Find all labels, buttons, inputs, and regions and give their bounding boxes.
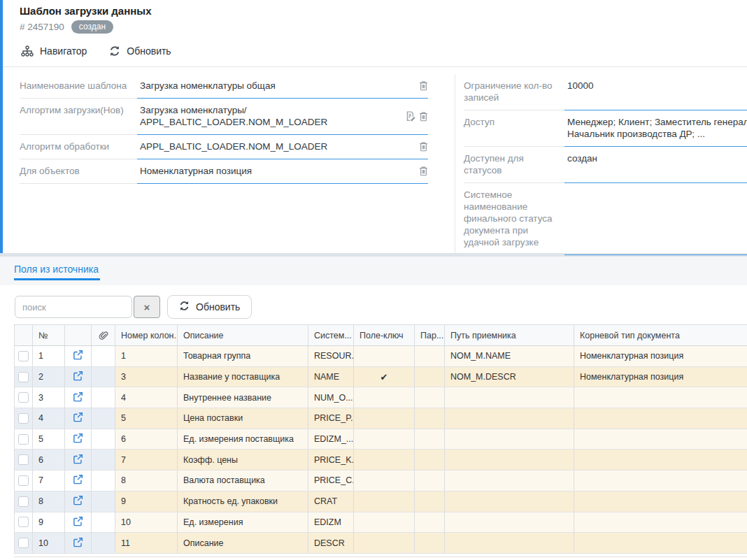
row-checkbox[interactable]: [18, 496, 29, 507]
row-checkbox[interactable]: [18, 538, 29, 548]
description-cell[interactable]: Цена поставки: [178, 408, 308, 429]
external-link-icon[interactable]: [73, 495, 83, 508]
search-input[interactable]: [15, 296, 132, 318]
receiver-path-cell[interactable]: [445, 429, 574, 450]
row-checkbox[interactable]: [18, 413, 29, 424]
root-doc-type-cell[interactable]: Номенклатурная позиция: [574, 346, 747, 367]
description-cell[interactable]: Кратность ед. упаковки: [178, 491, 308, 512]
field-value[interactable]: [564, 183, 747, 255]
params-cell[interactable]: [415, 533, 445, 554]
table-row[interactable]: 1 1 Товарная группа RESOUR... NOM_M.NAME…: [15, 346, 747, 367]
description-cell[interactable]: Валюта поставщика: [178, 471, 308, 491]
root-doc-type-cell[interactable]: [574, 450, 747, 471]
column-number-cell[interactable]: 5: [115, 408, 178, 429]
description-cell[interactable]: Коэфф. цены: [178, 450, 308, 471]
system-name-cell[interactable]: PRICE_K...: [308, 450, 354, 471]
table-row[interactable]: 9 10 Ед. измерения EDIZM: [15, 512, 747, 533]
external-link-icon[interactable]: [73, 371, 83, 383]
trash-icon[interactable]: [419, 166, 428, 176]
column-number-cell[interactable]: 10: [115, 512, 178, 533]
external-link-icon[interactable]: [73, 516, 83, 529]
key-field-cell[interactable]: [354, 408, 415, 429]
table-row[interactable]: 10 11 Описание DESCR: [15, 533, 747, 554]
th-receiver-path[interactable]: Путь приемника: [445, 325, 574, 346]
external-link-icon[interactable]: [73, 537, 83, 550]
params-cell[interactable]: [415, 429, 445, 450]
external-link-icon[interactable]: [73, 412, 83, 424]
table-row[interactable]: 6 7 Коэфф. цены PRICE_K...: [15, 450, 747, 471]
column-number-cell[interactable]: 8: [115, 471, 178, 491]
description-cell[interactable]: Ед. измерения поставщика: [178, 429, 308, 450]
description-cell[interactable]: Название у поставщика: [178, 367, 308, 388]
receiver-path-cell[interactable]: NOM_M.NAME: [445, 346, 574, 367]
params-cell[interactable]: [415, 387, 445, 408]
external-link-icon[interactable]: [73, 350, 83, 362]
system-name-cell[interactable]: PRICE_C...: [308, 471, 354, 491]
row-checkbox[interactable]: [18, 372, 29, 382]
key-field-cell[interactable]: [354, 512, 415, 533]
description-cell[interactable]: Внутреннее название: [178, 387, 308, 408]
root-doc-type-cell[interactable]: [574, 429, 747, 450]
table-row[interactable]: 8 9 Кратность ед. упаковки CRAT: [15, 491, 747, 512]
system-name-cell[interactable]: PRICE_P...: [308, 408, 354, 429]
receiver-path-cell[interactable]: NOM_M.DESCR: [445, 367, 574, 388]
row-checkbox[interactable]: [18, 454, 29, 465]
key-field-cell[interactable]: ✔: [354, 367, 415, 388]
params-cell[interactable]: [415, 408, 445, 429]
th-number[interactable]: №: [33, 325, 65, 346]
root-doc-type-cell[interactable]: [574, 408, 747, 429]
trash-icon[interactable]: [419, 111, 428, 122]
system-name-cell[interactable]: DESCR: [308, 533, 354, 554]
receiver-path-cell[interactable]: [445, 512, 574, 533]
th-root-doc-type[interactable]: Корневой тип документа: [574, 325, 747, 346]
row-checkbox[interactable]: [18, 351, 29, 361]
th-key-field[interactable]: Поле-ключ: [354, 325, 415, 346]
column-number-cell[interactable]: 3: [115, 367, 178, 388]
receiver-path-cell[interactable]: [445, 450, 574, 471]
key-field-cell[interactable]: [354, 450, 415, 471]
column-number-cell[interactable]: 7: [115, 450, 178, 471]
key-field-cell[interactable]: [354, 533, 415, 554]
key-field-cell[interactable]: [354, 346, 415, 367]
field-value[interactable]: Номенклатурная позиция: [137, 159, 428, 184]
system-name-cell[interactable]: NAME: [308, 367, 354, 388]
system-name-cell[interactable]: CRAT: [308, 491, 354, 512]
root-doc-type-cell[interactable]: [574, 491, 747, 512]
system-name-cell[interactable]: NUM_O...: [308, 387, 354, 408]
column-number-cell[interactable]: 1: [115, 346, 178, 367]
external-link-icon[interactable]: [73, 454, 83, 466]
field-value[interactable]: Менеджер; Клиент; Заместитель генеральНа…: [564, 110, 747, 147]
row-checkbox[interactable]: [18, 517, 29, 527]
th-description[interactable]: Описание: [178, 325, 308, 346]
description-cell[interactable]: Ед. измерения: [178, 512, 308, 533]
row-checkbox[interactable]: [18, 392, 29, 403]
field-value[interactable]: создан: [564, 147, 747, 183]
key-field-cell[interactable]: [354, 471, 415, 491]
params-cell[interactable]: [415, 491, 445, 512]
system-name-cell[interactable]: RESOUR...: [308, 346, 354, 367]
th-system-name[interactable]: Систем...: [308, 325, 354, 346]
external-link-icon[interactable]: [73, 433, 83, 445]
column-number-cell[interactable]: 9: [115, 491, 178, 512]
trash-icon[interactable]: [419, 80, 428, 91]
trash-icon[interactable]: [419, 141, 428, 152]
th-params[interactable]: Пар...: [415, 325, 445, 346]
table-row[interactable]: 5 6 Ед. измерения поставщика EDIZM_...: [15, 429, 747, 450]
field-value[interactable]: APPL_BALTIC_LOADER.NOM_M_LOADER: [137, 135, 428, 159]
field-value[interactable]: Загрузка номенклатуры общая: [137, 74, 428, 99]
grid-refresh-button[interactable]: Обновить: [167, 295, 252, 319]
params-cell[interactable]: [415, 512, 445, 533]
system-name-cell[interactable]: EDIZM_...: [308, 429, 354, 450]
receiver-path-cell[interactable]: [445, 408, 574, 429]
paperclip-icon[interactable]: [92, 325, 115, 346]
field-value[interactable]: Загрузка номенклатуры/APPL_BALTIC_LOADER…: [137, 99, 428, 135]
key-field-cell[interactable]: [354, 429, 415, 450]
params-cell[interactable]: [415, 450, 445, 471]
receiver-path-cell[interactable]: [445, 491, 574, 512]
tab-source-fields[interactable]: Поля из источника: [14, 264, 100, 280]
system-name-cell[interactable]: EDIZM: [308, 512, 354, 533]
key-field-cell[interactable]: [354, 387, 415, 408]
refresh-button[interactable]: Обновить: [108, 43, 172, 59]
clear-search-button[interactable]: ×: [134, 296, 160, 318]
root-doc-type-cell[interactable]: [574, 471, 747, 491]
